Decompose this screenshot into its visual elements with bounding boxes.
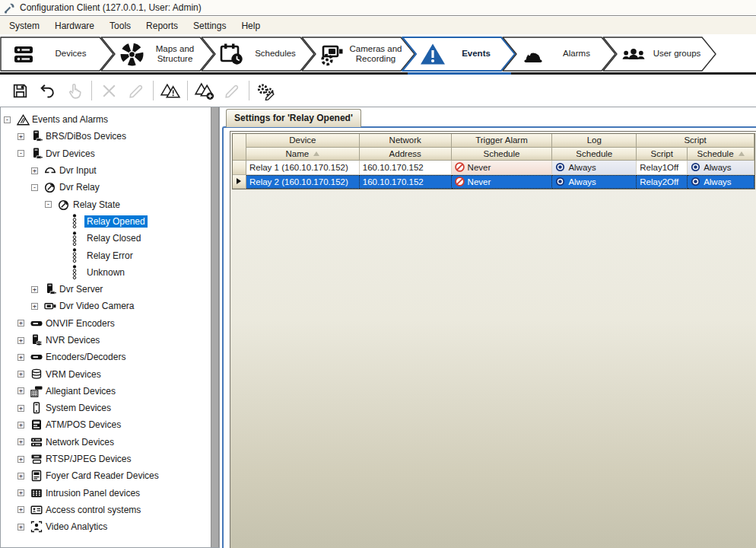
tree-item-dvr-devices[interactable]: -Dvr Devices [1, 145, 210, 162]
edit-compound-event-button[interactable] [218, 78, 246, 103]
tree-item-intrusion-panel-devices[interactable]: +Intrusion Panel devices [1, 485, 210, 502]
column-header-schedule-3[interactable]: Schedule [552, 148, 637, 161]
expand-icon[interactable]: + [17, 320, 24, 327]
collapse-icon[interactable]: - [4, 116, 11, 123]
row-header-cell[interactable] [233, 161, 246, 175]
expand-icon[interactable]: + [17, 438, 24, 445]
settings-tab[interactable]: Settings for 'Relay Opened' [226, 109, 361, 127]
collapse-icon[interactable]: - [45, 201, 52, 208]
tab-cameras-and-recording[interactable]: Cameras and Recording [301, 37, 415, 72]
cell-script[interactable]: Relay2Off [637, 175, 688, 190]
tab-maps-and-structure[interactable]: Maps and Structure [100, 37, 214, 72]
tab-alarms[interactable]: Alarms [502, 37, 616, 72]
tree-item-nvr-devices[interactable]: +NVR Devices [1, 332, 210, 349]
tree-item-system-devices[interactable]: +System Devices [1, 400, 210, 416]
cell-address[interactable]: 160.10.170.152 [360, 175, 452, 190]
compound-events-button[interactable] [157, 78, 184, 103]
add-compound-event-button[interactable] [191, 78, 218, 103]
tree-item-events-and-alarms[interactable]: -Events and Alarms [1, 111, 210, 128]
expand-icon[interactable]: + [17, 524, 24, 530]
tree-item-brs-dibos-devices[interactable]: +BRS/DiBos Devices [1, 128, 210, 145]
delete-button[interactable] [95, 78, 122, 103]
expand-icon[interactable]: + [31, 167, 38, 174]
tree-item-relay-error[interactable]: Relay Error [1, 247, 210, 263]
tree-item-dvr-video-camera[interactable]: +Dvr Video Camera [1, 298, 210, 314]
column-group-device[interactable]: Device [246, 134, 360, 148]
cell-schedule[interactable]: Always [688, 161, 754, 175]
menu-tools[interactable]: Tools [102, 18, 138, 33]
tree-item-dvr-server[interactable]: +Dvr Server [1, 281, 210, 298]
tab-user-groups[interactable]: User groups [602, 37, 716, 72]
column-group-script[interactable]: Script [637, 134, 754, 148]
tree-item-relay-closed[interactable]: Relay Closed [1, 230, 210, 247]
cell-schedule[interactable]: Always [688, 175, 754, 190]
column-group-network[interactable]: Network [360, 134, 452, 148]
expand-icon[interactable]: + [17, 422, 24, 429]
cell-address[interactable]: 160.10.170.152 [360, 161, 452, 175]
tree-item-dvr-relay[interactable]: -Dvr Relay [1, 179, 210, 196]
tree-item-onvif-encoders[interactable]: +ONVIF Encoders [1, 315, 210, 332]
menu-reports[interactable]: Reports [138, 18, 186, 33]
column-header-name-0[interactable]: Name [246, 148, 360, 161]
manual-action-button[interactable] [61, 78, 88, 103]
tab-events[interactable]: Events [402, 37, 516, 72]
expand-icon[interactable]: + [17, 354, 24, 361]
save-button[interactable] [6, 78, 33, 103]
tree-item-relay-state[interactable]: -Relay State [1, 196, 210, 212]
rename-button[interactable] [122, 78, 150, 103]
cell-schedule[interactable]: Never [452, 175, 553, 190]
tree-item-foyer-card-reader-devices[interactable]: +Foyer Card Reader Devices [1, 467, 210, 484]
menu-help[interactable]: Help [233, 18, 268, 33]
column-header-schedule-2[interactable]: Schedule [452, 148, 553, 161]
menu-system[interactable]: System [2, 18, 47, 33]
cell-name[interactable]: Relay 2 (160.10.170.152) [246, 175, 360, 190]
expand-icon[interactable]: + [31, 286, 38, 293]
cell-schedule[interactable]: Always [552, 161, 637, 175]
undo-button[interactable] [33, 78, 61, 103]
table-row-relay-1-160-10-170-152[interactable]: Relay 1 (160.10.170.152)160.10.170.152Ne… [233, 161, 754, 175]
tree-item-atm-pos-devices[interactable]: +ATM/POS Devices [1, 416, 210, 433]
expand-icon[interactable]: + [17, 506, 24, 513]
column-group-log[interactable]: Log [552, 134, 637, 148]
tree-item-relay-opened[interactable]: Relay Opened [1, 213, 210, 230]
tab-devices[interactable]: Devices [0, 37, 114, 72]
expand-icon[interactable]: + [17, 337, 24, 344]
tree-item-label: Video Analytics [43, 521, 110, 533]
column-header-script-4[interactable]: Script [637, 148, 688, 161]
table-row-relay-2-160-10-170-152[interactable]: Relay 2 (160.10.170.152)160.10.170.152Ne… [233, 175, 754, 190]
tree-item-rtsp-jpeg-devices[interactable]: +RTSP/JPEG Devices [1, 451, 210, 467]
cell-schedule[interactable]: Never [452, 161, 553, 175]
cell-name[interactable]: Relay 1 (160.10.170.152) [246, 161, 360, 175]
tree-item-network-devices[interactable]: +Network Devices [1, 434, 210, 451]
column-header-address-1[interactable]: Address [360, 148, 452, 161]
tree-scrollbar[interactable] [211, 107, 219, 547]
expand-icon[interactable]: + [17, 456, 24, 463]
cell-text: Always [704, 177, 731, 186]
expand-icon[interactable]: + [17, 133, 24, 140]
tree-item-video-analytics[interactable]: +Video Analytics [1, 518, 210, 535]
tree-item-dvr-input[interactable]: +Dvr Input [1, 162, 210, 179]
tree-item-unknown[interactable]: Unknown [1, 264, 210, 281]
menu-settings[interactable]: Settings [186, 18, 233, 33]
expand-icon[interactable]: + [17, 473, 24, 480]
script-editor-button[interactable] [253, 78, 280, 103]
column-header-schedule-5[interactable]: Schedule [688, 148, 754, 161]
tree-item-allegiant-devices[interactable]: +Allegiant Devices [1, 383, 210, 400]
tree-item-access-control-systems[interactable]: +Access control systems [1, 502, 210, 518]
expand-icon[interactable]: + [17, 405, 24, 412]
expand-icon[interactable]: + [31, 303, 38, 310]
cell-schedule[interactable]: Always [552, 175, 637, 190]
tree-item-vrm-devices[interactable]: +VRM Devices [1, 365, 210, 382]
tree-item-label: Dvr Devices [43, 148, 97, 160]
menu-hardware[interactable]: Hardware [47, 18, 102, 33]
column-group-trigger-alarm[interactable]: Trigger Alarm [452, 134, 553, 148]
tree-item-encoders-decoders[interactable]: +Encoders/Decoders [1, 349, 210, 365]
expand-icon[interactable]: + [17, 489, 24, 496]
collapse-icon[interactable]: - [31, 184, 38, 191]
cell-script[interactable]: Relay1Off [637, 161, 688, 175]
expand-icon[interactable]: + [17, 387, 24, 394]
collapse-icon[interactable]: - [17, 150, 24, 157]
tab-schedules[interactable]: Schedules [201, 37, 315, 72]
row-header-cell[interactable] [233, 175, 246, 190]
expand-icon[interactable]: + [17, 371, 24, 378]
